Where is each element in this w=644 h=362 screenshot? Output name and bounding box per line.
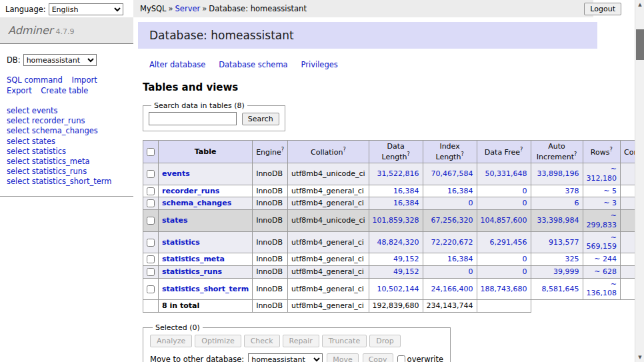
index-length-link[interactable]: 67,256,320 [431, 216, 473, 225]
sidebar-link-import[interactable]: Import [71, 75, 97, 85]
auto-increment-link[interactable]: 913,577 [549, 238, 579, 247]
select-all-checkbox[interactable] [147, 148, 155, 156]
move-button[interactable]: Move [327, 353, 359, 362]
help-icon[interactable]: ? [343, 147, 345, 153]
sidebar-select-statistics-short-term[interactable]: select statistics_short_term [7, 177, 127, 187]
index-length-link[interactable]: 0 [469, 199, 473, 207]
auto-increment-link[interactable]: 39,999 [553, 267, 579, 276]
row-checkbox[interactable] [147, 199, 155, 207]
app-name-link[interactable]: Adminer [8, 24, 53, 37]
db-link-database-schema[interactable]: Database schema [219, 60, 287, 69]
scrollbar-up-icon[interactable]: ▲ [635, 0, 644, 9]
index-length-link[interactable]: 0 [469, 267, 473, 276]
data-length-link[interactable]: 49,152 [393, 255, 419, 263]
data-length-link[interactable]: 48,824,320 [377, 238, 419, 247]
data-length-link[interactable]: 10,502,144 [377, 285, 419, 293]
sidebar-link-create-table[interactable]: Create table [41, 86, 88, 95]
sidebar-select-statistics-runs[interactable]: select statistics_runs [7, 167, 127, 177]
sidebar-select-recorder-runs[interactable]: select recorder_runs [7, 116, 127, 126]
language-select[interactable]: English [49, 3, 123, 15]
row-checkbox[interactable] [147, 187, 155, 195]
help-icon[interactable]: ? [609, 147, 612, 153]
truncate-button[interactable]: Truncate [322, 335, 367, 347]
auto-increment-link[interactable]: 6 [575, 199, 579, 207]
sidebar-select-statistics-meta[interactable]: select statistics_meta [7, 157, 127, 167]
optimize-button[interactable]: Optimize [195, 335, 241, 347]
data-length-link[interactable]: 101,859,328 [373, 216, 419, 225]
auto-increment-link[interactable]: 325 [565, 255, 579, 263]
data-free-link[interactable]: 6,291,456 [490, 238, 527, 247]
rows-count-link[interactable]: ~ 244 [594, 255, 617, 263]
help-icon[interactable]: ? [407, 151, 409, 157]
search-input[interactable] [149, 112, 237, 125]
row-checkbox[interactable] [147, 239, 155, 247]
data-free-link[interactable]: 50,331,648 [485, 169, 527, 178]
move-db-select[interactable]: homeassistant [248, 353, 323, 362]
data-free-link[interactable]: 0 [523, 199, 527, 207]
rows-count-link[interactable]: ~ 312,180 [587, 165, 617, 183]
breadcrumb-server-link[interactable]: Server [175, 4, 201, 13]
table-name-link[interactable]: states [162, 216, 188, 225]
logout-button[interactable]: Logout [584, 3, 621, 15]
vertical-scrollbar[interactable]: ▲ ▼ [635, 0, 644, 362]
rows-count-link[interactable]: ~ 136,108 [587, 280, 617, 298]
table-name-link[interactable]: schema_changes [162, 199, 231, 207]
sidebar-link-export[interactable]: Export [7, 86, 32, 95]
row-checkbox[interactable] [147, 255, 155, 263]
table-name-link[interactable]: recorder_runs [162, 187, 219, 195]
db-link-privileges[interactable]: Privileges [301, 60, 337, 69]
data-length-link[interactable]: 49,152 [393, 267, 419, 276]
copy-button[interactable]: Copy [363, 353, 393, 362]
scrollbar-down-icon[interactable]: ▼ [635, 353, 644, 362]
rows-count-link[interactable]: ~ 569,159 [587, 233, 617, 251]
sidebar-select-schema-changes[interactable]: select schema_changes [7, 126, 127, 136]
sidebar-select-statistics[interactable]: select statistics [7, 147, 127, 157]
drop-button[interactable]: Drop [369, 335, 400, 347]
auto-increment-link[interactable]: 378 [565, 187, 579, 195]
data-length-link[interactable]: 31,522,816 [377, 169, 419, 178]
data-free-link[interactable]: 104,857,600 [481, 216, 527, 225]
rows-count-link[interactable]: ~ 3 [603, 199, 617, 207]
search-button[interactable]: Search [242, 113, 279, 125]
rows-count-link[interactable]: ~ 628 [594, 267, 617, 276]
index-length-link[interactable]: 16,384 [447, 187, 473, 195]
sidebar-link-sql-command[interactable]: SQL command [7, 75, 63, 85]
help-icon[interactable]: ? [461, 151, 463, 157]
data-length-link[interactable]: 16,384 [393, 187, 419, 195]
rows-count-link[interactable]: ~ 299,833 [587, 211, 617, 229]
table-name-link[interactable]: events [162, 169, 190, 178]
db-link-alter-database[interactable]: Alter database [149, 60, 205, 69]
data-free-link[interactable]: 0 [523, 255, 527, 263]
table-name-link[interactable]: statistics_short_term [162, 285, 249, 293]
check-button[interactable]: Check [244, 335, 280, 347]
sidebar-select-events[interactable]: select events [7, 106, 127, 116]
index-length-link[interactable]: 72,220,672 [431, 238, 473, 247]
help-icon[interactable]: ? [574, 151, 577, 157]
auto-increment-link[interactable]: 8,581,645 [542, 285, 579, 293]
auto-increment-link[interactable]: 33,898,196 [537, 169, 579, 178]
overwrite-checkbox[interactable] [397, 355, 405, 362]
db-select[interactable]: homeassistant [23, 54, 97, 66]
help-icon[interactable]: ? [520, 147, 523, 153]
row-checkbox[interactable] [147, 217, 155, 225]
repair-button[interactable]: Repair [283, 335, 319, 347]
row-checkbox[interactable] [147, 268, 155, 276]
row-checkbox[interactable] [147, 170, 155, 178]
table-name-link[interactable]: statistics_meta [162, 255, 225, 263]
index-length-link[interactable]: 16,384 [447, 255, 473, 263]
rows-count-link[interactable]: ~ 5 [603, 187, 617, 195]
data-length-link[interactable]: 16,384 [393, 199, 419, 207]
row-checkbox[interactable] [147, 285, 155, 293]
index-length-link[interactable]: 24,166,400 [431, 285, 473, 293]
auto-increment-link[interactable]: 33,398,984 [537, 216, 579, 225]
sidebar-select-states[interactable]: select states [7, 137, 127, 147]
table-name-link[interactable]: statistics [162, 238, 200, 247]
data-free-link[interactable]: 0 [523, 267, 527, 276]
data-free-link[interactable]: 188,743,680 [481, 285, 527, 293]
scrollbar-thumb[interactable] [636, 29, 644, 60]
table-name-link[interactable]: statistics_runs [162, 267, 222, 276]
data-free-link[interactable]: 0 [523, 187, 527, 195]
index-length-link[interactable]: 70,467,584 [431, 169, 473, 178]
analyze-button[interactable]: Analyze [150, 335, 192, 347]
help-icon[interactable]: ? [281, 147, 284, 153]
